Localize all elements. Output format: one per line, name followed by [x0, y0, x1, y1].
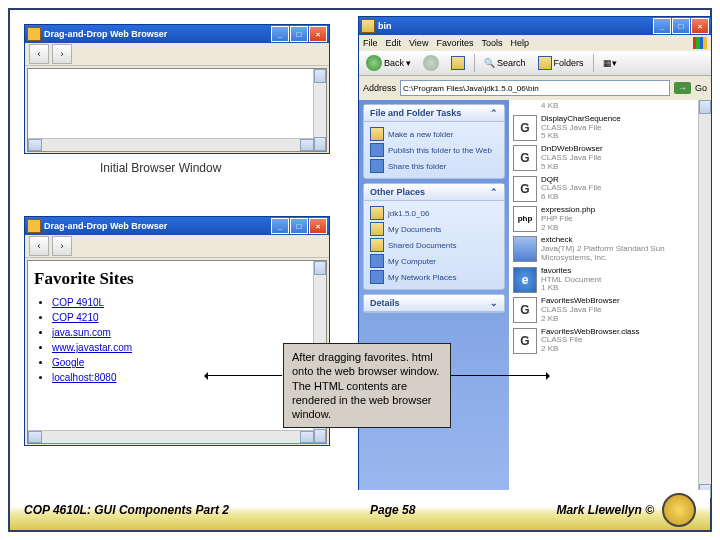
- collapse-icon[interactable]: ⌃: [490, 187, 498, 197]
- close-button[interactable]: ×: [309, 218, 327, 234]
- toolbar: ‹ ›: [25, 43, 329, 66]
- task-item[interactable]: Share this folder: [370, 158, 498, 174]
- favorites-heading: Favorite Sites: [34, 269, 320, 289]
- favorite-link[interactable]: COP 4210: [52, 312, 99, 323]
- file-tasks-panel: File and Folder Tasks⌃ Make a new folder…: [363, 104, 505, 179]
- minimize-button[interactable]: _: [271, 26, 289, 42]
- address-label: Address: [363, 83, 396, 93]
- menu-bar: File Edit View Favorites Tools Help: [359, 35, 711, 51]
- maximize-button[interactable]: □: [290, 218, 308, 234]
- exe-file-icon: [513, 236, 537, 262]
- browser-content[interactable]: Favorite Sites COP 4910L COP 4210 java.s…: [27, 260, 327, 444]
- java-icon: [27, 27, 41, 41]
- footer-right: Mark Llewellyn ©: [556, 503, 654, 517]
- titlebar: Drag-and-Drop Web Browser _ □ ×: [25, 25, 329, 43]
- vertical-scrollbar[interactable]: [698, 100, 711, 498]
- class-file-icon: G: [513, 145, 537, 171]
- panel-title: Details: [370, 298, 400, 308]
- favorite-link[interactable]: localhost:8080: [52, 372, 117, 383]
- place-item[interactable]: Shared Documents: [370, 237, 498, 253]
- initial-caption: Initial Browser Window: [100, 161, 221, 175]
- forward-button[interactable]: ›: [52, 44, 72, 64]
- menu-favorites[interactable]: Favorites: [436, 38, 473, 48]
- forward-button[interactable]: [420, 54, 442, 72]
- folder-icon: [361, 19, 375, 33]
- file-item[interactable]: 4 KB: [509, 100, 711, 113]
- horizontal-scrollbar[interactable]: [28, 138, 314, 151]
- address-input[interactable]: [400, 80, 670, 96]
- callout-box: After dragging favorites. html onto the …: [283, 343, 451, 428]
- menu-file[interactable]: File: [363, 38, 378, 48]
- menu-edit[interactable]: Edit: [386, 38, 402, 48]
- file-item[interactable]: efavoritesHTML Document1 KB: [509, 265, 711, 295]
- file-item[interactable]: GFavoritesWebBrowser.classCLASS File2 KB: [509, 326, 711, 356]
- minimize-button[interactable]: _: [653, 18, 671, 34]
- back-button[interactable]: ‹: [29, 236, 49, 256]
- back-button[interactable]: ‹: [29, 44, 49, 64]
- favorites-list: COP 4910L COP 4210 java.sun.com www.java…: [34, 295, 320, 385]
- maximize-button[interactable]: □: [672, 18, 690, 34]
- maximize-button[interactable]: □: [290, 26, 308, 42]
- menu-help[interactable]: Help: [510, 38, 529, 48]
- favorite-link[interactable]: java.sun.com: [52, 327, 111, 338]
- close-button[interactable]: ×: [309, 26, 327, 42]
- arrow-left: [206, 375, 282, 376]
- task-item[interactable]: Make a new folder: [370, 126, 498, 142]
- task-item[interactable]: Publish this folder to the Web: [370, 142, 498, 158]
- slide-footer: COP 4610L: GUI Components Part 2 Page 58…: [10, 490, 710, 530]
- file-item[interactable]: GDisplayCharSequenceCLASS Java File5 KB: [509, 113, 711, 143]
- footer-center: Page 58: [370, 503, 415, 517]
- windows-flag-icon: [693, 37, 707, 49]
- window-title: Drag-and-Drop Web Browser: [44, 29, 167, 39]
- vertical-scrollbar[interactable]: [313, 69, 326, 151]
- place-item[interactable]: jdk1.5.0_06: [370, 205, 498, 221]
- up-button[interactable]: [448, 55, 468, 71]
- arrow-right: [442, 375, 548, 376]
- go-button[interactable]: →: [674, 82, 691, 94]
- file-item[interactable]: phpexpression.phpPHP File2 KB: [509, 204, 711, 234]
- expand-icon[interactable]: ⌄: [490, 298, 498, 308]
- collapse-icon[interactable]: ⌃: [490, 108, 498, 118]
- window-title: Drag-and-Drop Web Browser: [44, 221, 167, 231]
- footer-left: COP 4610L: GUI Components Part 2: [24, 503, 229, 517]
- place-item[interactable]: My Network Places: [370, 269, 498, 285]
- file-item[interactable]: extcheckJava(TM) 2 Platform Standard Sun…: [509, 234, 711, 264]
- forward-button[interactable]: ›: [52, 236, 72, 256]
- horizontal-scrollbar[interactable]: [28, 430, 314, 443]
- class-file-icon: G: [513, 115, 537, 141]
- toolbar: ‹ ›: [25, 235, 329, 258]
- address-bar: Address →Go: [359, 76, 711, 100]
- folders-button[interactable]: Folders: [535, 55, 587, 71]
- file-item[interactable]: GDQRCLASS Java File6 KB: [509, 174, 711, 204]
- minimize-button[interactable]: _: [271, 218, 289, 234]
- callout-text: After dragging favorites. html onto the …: [292, 351, 439, 420]
- php-file-icon: php: [513, 206, 537, 232]
- close-button[interactable]: ×: [691, 18, 709, 34]
- initial-browser-window: Drag-and-Drop Web Browser _ □ × ‹ ›: [24, 24, 330, 154]
- details-panel: Details⌄: [363, 294, 505, 313]
- browser-content[interactable]: [27, 68, 327, 152]
- file-list[interactable]: 4 KB GDisplayCharSequenceCLASS Java File…: [509, 100, 711, 498]
- folder-title: bin: [378, 21, 392, 31]
- panel-title: Other Places: [370, 187, 425, 197]
- file-item[interactable]: GFavoritesWebBrowserCLASS Java File2 KB: [509, 295, 711, 325]
- favorite-link[interactable]: Google: [52, 357, 84, 368]
- file-item[interactable]: GDnDWebBrowserCLASS Java File5 KB: [509, 143, 711, 173]
- html-file-icon: e: [513, 267, 537, 293]
- back-button[interactable]: Back ▾: [363, 54, 414, 72]
- java-icon: [27, 219, 41, 233]
- place-item[interactable]: My Documents: [370, 221, 498, 237]
- search-button[interactable]: 🔍 Search: [481, 57, 529, 69]
- favorite-link[interactable]: www.javastar.com: [52, 342, 132, 353]
- menu-view[interactable]: View: [409, 38, 428, 48]
- views-button[interactable]: ▦▾: [600, 57, 620, 69]
- titlebar: Drag-and-Drop Web Browser _ □ ×: [25, 217, 329, 235]
- class-file-icon: G: [513, 297, 537, 323]
- favorite-link[interactable]: COP 4910L: [52, 297, 104, 308]
- other-places-panel: Other Places⌃ jdk1.5.0_06 My Documents S…: [363, 183, 505, 290]
- explorer-toolbar: Back ▾ 🔍 Search Folders ▦▾: [359, 51, 711, 76]
- place-item[interactable]: My Computer: [370, 253, 498, 269]
- ucf-logo: [662, 493, 696, 527]
- tasks-pane: File and Folder Tasks⌃ Make a new folder…: [359, 100, 509, 498]
- menu-tools[interactable]: Tools: [481, 38, 502, 48]
